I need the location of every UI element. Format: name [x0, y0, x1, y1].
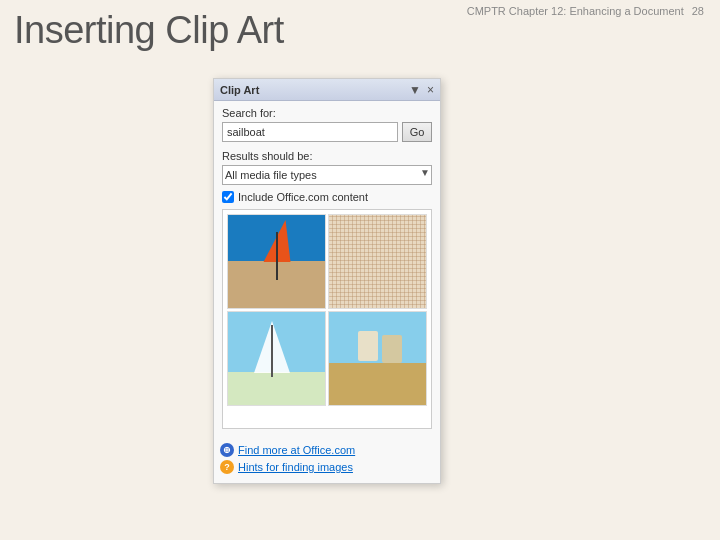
results-select-wrapper: All media file types Photographs Illustr… — [222, 165, 432, 185]
search-label: Search for: — [222, 107, 432, 119]
panel-menu-icon[interactable]: ▼ — [409, 84, 421, 96]
clip-art-panel: Clip Art ▼ × Search for: Go Results shou… — [213, 78, 441, 484]
search-row: Go — [222, 122, 432, 142]
results-area[interactable] — [222, 209, 432, 429]
breadcrumb-text: CMPTR Chapter 12: Enhancing a Document — [467, 5, 684, 17]
slide-number: 28 — [692, 5, 704, 17]
find-more-label: Find more at Office.com — [238, 444, 355, 456]
hints-label: Hints for finding images — [238, 461, 353, 473]
panel-title: Clip Art — [220, 84, 259, 96]
checkbox-label: Include Office.com content — [238, 191, 368, 203]
boats-shore-image — [329, 312, 426, 405]
results-select[interactable]: All media file types Photographs Illustr… — [222, 165, 432, 185]
panel-titlebar: Clip Art ▼ × — [214, 79, 440, 101]
panel-body: Search for: Go Results should be: All me… — [214, 101, 440, 441]
texture-pattern-image — [329, 215, 426, 308]
panel-footer: ⊕ Find more at Office.com ? Hints for fi… — [214, 441, 440, 483]
results-select-row: All media file types Photographs Illustr… — [222, 165, 432, 185]
result-item-2[interactable] — [328, 214, 427, 309]
hints-link[interactable]: ? Hints for finding images — [220, 460, 434, 474]
result-item-1[interactable] — [227, 214, 326, 309]
globe-icon: ⊕ — [220, 443, 234, 457]
find-more-link[interactable]: ⊕ Find more at Office.com — [220, 443, 434, 457]
result-item-3[interactable] — [227, 311, 326, 406]
page-title: Inserting Clip Art — [14, 9, 284, 52]
results-grid — [223, 210, 431, 410]
search-input[interactable] — [222, 122, 398, 142]
sailboat-white-image — [228, 312, 325, 405]
help-icon: ? — [220, 460, 234, 474]
sailboat-colorful-image — [228, 215, 325, 308]
checkbox-row: Include Office.com content — [222, 191, 432, 203]
results-label: Results should be: — [222, 150, 432, 162]
result-item-4[interactable] — [328, 311, 427, 406]
panel-close-icon[interactable]: × — [427, 84, 434, 96]
go-button[interactable]: Go — [402, 122, 432, 142]
office-content-checkbox[interactable] — [222, 191, 234, 203]
panel-title-icons: ▼ × — [409, 84, 434, 96]
